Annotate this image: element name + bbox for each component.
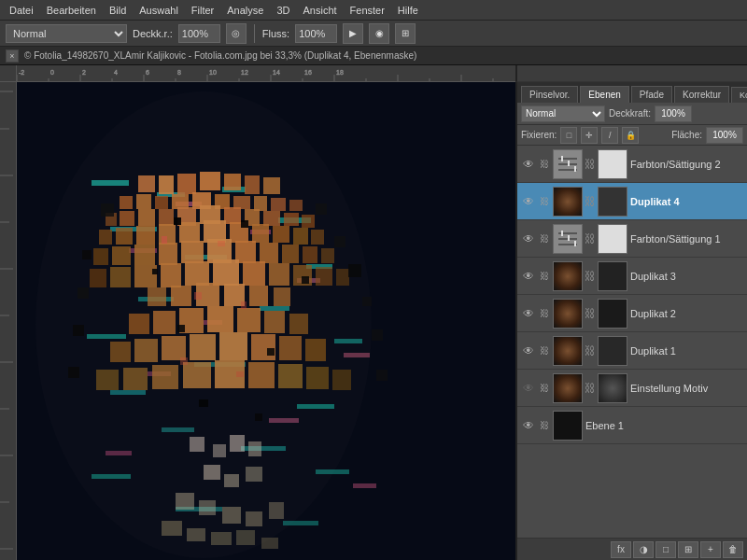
ruler-corner [0,65,17,82]
airbrush-icon[interactable]: ◉ [369,23,389,44]
layer-row[interactable]: 👁 ⛓ ⛓ Duplikat 3 [517,258,747,295]
layer-row[interactable]: 👁 ⛓ ⛓ Einstellung Motiv [517,370,747,407]
svg-rect-161 [306,367,329,389]
layer-opacity-input[interactable] [655,105,692,122]
layer-blend-select[interactable]: Normal [521,105,605,122]
menu-datei[interactable]: Datei [4,3,39,18]
tab-ebenen[interactable]: Ebenen [580,86,628,103]
svg-rect-172 [68,367,79,378]
svg-rect-151 [251,334,275,360]
menu-analyse[interactable]: Analyse [221,3,269,18]
layer-chain-icon[interactable]: ⛓ [585,149,595,179]
layer-chain-icon[interactable]: ⛓ [585,373,595,403]
svg-rect-145 [289,314,308,334]
layer-chain-icon[interactable]: ⛓ [585,299,595,329]
flow-arrow[interactable]: ▶ [343,23,363,44]
fix-icon-brush[interactable]: / [601,127,618,144]
layer-link-icon: ⛓ [539,269,550,284]
layer-row[interactable]: 👁 ⛓ ⛓ Duplikat 2 [517,295,747,332]
fix-icon-move[interactable]: ✛ [581,127,598,144]
opacity-icon[interactable]: ◎ [226,23,247,44]
menu-bar: Datei Bearbeiten Bild Auswahl Filter Ana… [0,0,747,21]
svg-rect-184 [246,511,262,526]
layer-visibility-icon[interactable]: 👁 [521,157,536,172]
layer-visibility-icon[interactable]: 👁 [521,306,536,321]
layers-list: 👁 ⛓ ⛓ Farbton/Sättigung 2 👁 ⛓ [517,146,747,538]
svg-rect-108 [273,226,289,243]
svg-rect-189 [236,530,255,545]
menu-ansicht[interactable]: Ansicht [297,3,342,18]
svg-rect-92 [159,209,174,226]
menu-fenster[interactable]: Fenster [345,3,390,18]
svg-rect-146 [110,342,131,362]
menu-filter[interactable]: Filter [186,3,219,18]
brush-settings-icon[interactable]: ⊞ [395,23,416,44]
svg-rect-104 [179,222,200,243]
svg-rect-209 [561,156,563,161]
menu-hilfe[interactable]: Hilfe [392,3,424,18]
svg-rect-80 [136,194,151,209]
fix-icon-lock[interactable]: □ [560,127,577,144]
menu-bearbeiten[interactable]: Bearbeiten [41,3,102,18]
layer-thumbnail [553,336,583,366]
layer-row[interactable]: 👁 ⛓ ⛓ Duplikat 1 [517,332,747,370]
layer-fx-button[interactable]: fx [611,541,631,558]
layer-chain-icon[interactable]: ⛓ [585,224,595,254]
svg-text:16: 16 [304,69,312,76]
layer-chain-icon[interactable]: ⛓ [585,187,595,217]
tab-korrektur[interactable]: Korrektur [674,86,729,103]
layer-delete-button[interactable]: 🗑 [723,541,743,558]
ruler-vertical [0,82,17,560]
opacity-input[interactable] [178,24,220,43]
tab-pfade[interactable]: Pfade [631,86,672,103]
layer-mask-thumb [598,149,627,179]
tab-kopierqu[interactable]: Kopierqu. [731,87,747,103]
svg-rect-139 [129,314,149,334]
layer-visibility-icon[interactable]: 👁 [521,343,536,358]
menu-bild[interactable]: Bild [104,3,132,18]
svg-rect-153 [305,339,326,361]
layer-row[interactable]: 👁 ⛓ ⛓ Duplikat 4 [517,183,747,220]
layer-row[interactable]: 👁 ⛓ ⛓ Farbton/Sättigung 2 [517,146,747,183]
layer-new-fill-button[interactable]: ◑ [633,541,654,558]
svg-rect-200 [218,241,225,246]
menu-auswahl[interactable]: Auswahl [134,3,184,18]
blend-mode-select[interactable]: Normal [6,24,127,43]
layer-mask-button[interactable]: □ [655,541,676,558]
layer-visibility-icon[interactable]: 👁 [521,194,536,209]
flow-input[interactable] [295,24,337,43]
svg-rect-101 [116,228,133,245]
layer-chain-icon[interactable]: ⛓ [585,261,595,291]
layer-group-button[interactable]: ⊞ [678,541,698,558]
menu-3d[interactable]: 3D [271,3,295,18]
svg-rect-71 [353,483,376,488]
layer-chain-icon[interactable]: ⛓ [585,336,595,366]
layer-visibility-icon[interactable]: 👁 [521,231,536,246]
svg-rect-217 [568,235,570,241]
area-input[interactable] [706,127,743,144]
layer-new-button[interactable]: + [700,541,721,558]
document-title-bar: × © Fotolia_14982670_XLAmir Kaljikovic -… [0,47,747,65]
layer-row[interactable]: 👁 ⛓ ⛓ Farbton/Sättigung 1 [517,220,747,258]
svg-rect-61 [283,521,318,525]
svg-rect-193 [152,269,158,274]
fix-icon-all[interactable]: 🔒 [622,127,639,144]
svg-rect-122 [90,269,106,287]
svg-rect-99 [302,215,315,228]
svg-rect-133 [148,287,166,306]
svg-rect-95 [224,207,241,224]
layer-thumbnail [553,373,583,403]
layer-row[interactable]: 👁 ⛓ Ebene 1 [517,407,747,444]
layer-visibility-icon[interactable]: 👁 [521,381,536,396]
layer-thumbnail [553,411,583,441]
svg-rect-110 [311,230,324,245]
layer-opacity-label: Deckkraft: [609,108,651,119]
document-close-button[interactable]: × [6,49,19,63]
area-label: Fläche: [671,130,702,140]
tab-pinselvor[interactable]: Pinselvor. [521,86,578,103]
layer-visibility-icon[interactable]: 👁 [521,269,536,284]
layer-visibility-icon[interactable]: 👁 [521,418,536,433]
svg-rect-148 [162,336,186,360]
svg-rect-170 [73,325,84,336]
layer-name: Duplikat 3 [630,271,743,282]
